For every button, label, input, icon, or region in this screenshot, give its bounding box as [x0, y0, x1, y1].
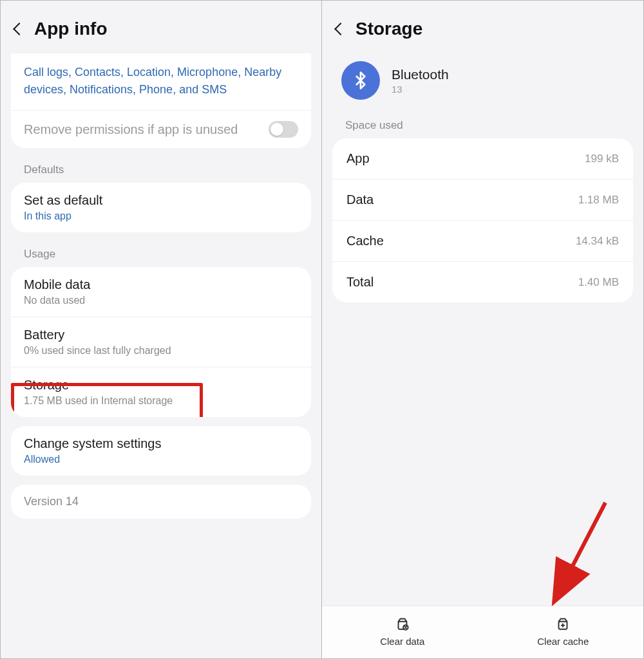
- row-data-key: Data: [346, 192, 374, 207]
- row-app-key: App: [346, 151, 370, 166]
- remove-permissions-row: Remove permissions if app is unused: [11, 110, 311, 148]
- change-system-settings-sub: Allowed: [24, 454, 298, 465]
- app-info-screen: App info Call logs, Contacts, Location, …: [1, 1, 322, 658]
- clear-cache-label: Clear cache: [537, 636, 589, 647]
- header: Storage: [322, 1, 643, 53]
- change-system-settings-title: Change system settings: [24, 436, 298, 451]
- row-app: App 199 kB: [332, 138, 633, 179]
- version-row: Version 14: [11, 485, 311, 519]
- row-cache: Cache 14.34 kB: [332, 220, 633, 261]
- battery-sub: 0% used since last fully charged: [24, 345, 298, 357]
- storage-screen: Storage Bluetooth 13 Space used App 199 …: [322, 1, 643, 658]
- mobile-data-title: Mobile data: [24, 277, 298, 292]
- defaults-card: Set as default In this app: [11, 183, 311, 232]
- space-used-card: App 199 kB Data 1.18 MB Cache 14.34 kB T…: [332, 138, 633, 302]
- bluetooth-icon: [341, 61, 380, 100]
- row-total-key: Total: [346, 275, 374, 290]
- clear-cache-button[interactable]: Clear cache: [483, 606, 644, 658]
- mobile-data-sub: No data used: [24, 295, 298, 306]
- app-version: 13: [392, 84, 449, 95]
- page-title: App info: [34, 19, 108, 39]
- storage-title: Storage: [24, 378, 298, 393]
- header: App info: [1, 1, 321, 53]
- row-data-val: 1.18 MB: [578, 194, 619, 207]
- app-header: Bluetooth 13: [322, 53, 643, 113]
- section-defaults: Defaults: [1, 157, 321, 183]
- row-cache-val: 14.34 kB: [576, 235, 619, 248]
- version-text: Version 14: [24, 495, 79, 508]
- clear-data-icon: [394, 615, 411, 632]
- remove-permissions-toggle[interactable]: [269, 121, 298, 138]
- usage-card: Mobile data No data used Battery 0% used…: [11, 267, 311, 417]
- clear-data-label: Clear data: [380, 636, 424, 647]
- set-as-default-title: Set as default: [24, 193, 298, 208]
- row-total-val: 1.40 MB: [578, 276, 619, 289]
- clear-cache-icon: [554, 615, 571, 632]
- permissions-card: Call logs, Contacts, Location, Microphon…: [11, 53, 311, 148]
- change-system-settings-row[interactable]: Change system settings Allowed: [11, 426, 311, 476]
- storage-row[interactable]: Storage 1.75 MB used in Internal storage: [11, 367, 311, 417]
- section-space-used: Space used: [322, 113, 643, 138]
- row-app-val: 199 kB: [585, 153, 619, 165]
- row-total: Total 1.40 MB: [332, 261, 633, 302]
- page-title: Storage: [355, 19, 422, 39]
- set-as-default-row[interactable]: Set as default In this app: [11, 183, 311, 232]
- storage-sub: 1.75 MB used in Internal storage: [24, 395, 298, 407]
- system-settings-card: Change system settings Allowed: [11, 426, 311, 476]
- section-usage: Usage: [1, 241, 321, 267]
- row-data: Data 1.18 MB: [332, 179, 633, 220]
- battery-row[interactable]: Battery 0% used since last fully charged: [11, 317, 311, 367]
- app-name: Bluetooth: [392, 67, 449, 82]
- back-icon[interactable]: [334, 23, 347, 35]
- row-cache-key: Cache: [346, 234, 384, 248]
- svg-line-6: [557, 503, 605, 596]
- remove-permissions-label: Remove permissions if app is unused: [24, 122, 260, 137]
- back-icon[interactable]: [13, 23, 26, 35]
- mobile-data-row[interactable]: Mobile data No data used: [11, 267, 311, 317]
- permissions-list[interactable]: Call logs, Contacts, Location, Microphon…: [11, 53, 311, 110]
- set-as-default-sub: In this app: [24, 210, 298, 222]
- clear-data-button[interactable]: Clear data: [322, 606, 483, 658]
- battery-title: Battery: [24, 328, 298, 342]
- bottom-action-bar: Clear data Clear cache: [322, 606, 643, 658]
- version-card: Version 14: [11, 485, 311, 519]
